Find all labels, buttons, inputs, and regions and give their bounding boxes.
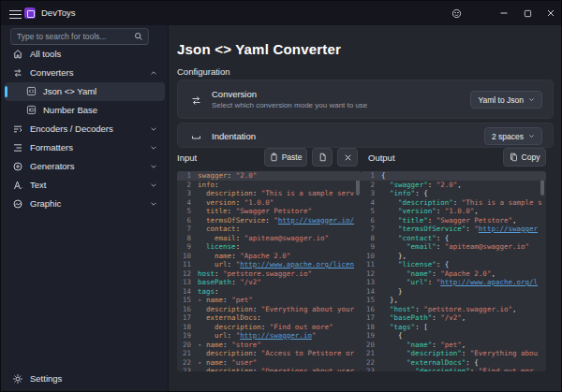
chevron-down-icon[interactable]: [150, 163, 157, 170]
editor-line: 10 },: [361, 252, 546, 261]
editor-line: 12host: "petstore.swagger.io": [177, 269, 362, 279]
chevron-up-icon[interactable]: [150, 69, 157, 77]
line-number: 9: [177, 242, 198, 252]
editor-line: 3 "info": {: [361, 189, 546, 198]
search-input[interactable]: [17, 29, 129, 44]
line-number: 12: [177, 269, 198, 279]
editor-line: 9 license:: [177, 242, 362, 252]
editor-line: 13 "url": "http://www.apache.org/l: [361, 278, 546, 287]
conversion-title: Conversion: [212, 89, 257, 99]
text-tool-icon: [12, 180, 23, 191]
sidebar-item-converters[interactable]: Converters: [5, 64, 165, 82]
feedback-icon[interactable]: [448, 5, 465, 22]
editor-line: 21 description: "Access to Petstore or: [177, 349, 362, 358]
line-number: 17: [361, 313, 381, 323]
sidebar: All tools Converters Json <> Yaml: [1, 25, 169, 392]
editor-line: 22- name: "user": [177, 358, 362, 368]
editor-line: 17 "basePath": "/v2",: [361, 313, 546, 323]
output-editor[interactable]: 1{2 "swagger": "2.0",3 "info": {4 "descr…: [361, 171, 546, 371]
chevron-down-icon[interactable]: [150, 144, 157, 152]
maximize-button[interactable]: [519, 5, 536, 22]
copy-button[interactable]: Copy: [503, 148, 546, 167]
editor-line: 11 url: "http://www.apache.org/licen: [177, 260, 362, 269]
line-number: 21: [361, 349, 381, 358]
line-number: 19: [361, 331, 381, 341]
devtoys-logo-icon: [24, 7, 36, 19]
sidebar-item-formatters[interactable]: Formatters: [5, 138, 165, 157]
home-icon: [12, 49, 23, 60]
editor-line: 21 "description": "Everything abou: [361, 349, 546, 358]
input-label: Input: [177, 152, 197, 163]
editor-line: 6 termsOfService: "http://swagger.io/: [177, 216, 362, 225]
close-button[interactable]: [542, 5, 559, 22]
indentation-value: 2 spaces: [492, 132, 524, 141]
line-number: 7: [177, 225, 198, 234]
page-title: Json <> Yaml Converter: [177, 41, 341, 57]
editor-line: 19 {: [361, 331, 546, 341]
open-file-button[interactable]: [312, 148, 333, 167]
hamburger-menu-button[interactable]: [9, 7, 22, 19]
chevron-down-icon[interactable]: [150, 181, 157, 189]
sidebar-nav: All tools Converters Json <> Yaml: [1, 45, 169, 213]
line-number: 4: [361, 198, 381, 208]
editor-line: 18 "tags": [: [361, 323, 546, 332]
sidebar-item-number-base[interactable]: Number Base: [5, 101, 165, 120]
editor-line: 10 name: "Apache 2.0": [177, 252, 362, 261]
copy-icon: [510, 152, 518, 162]
sidebar-item-generators[interactable]: Generators: [5, 157, 165, 176]
app-title: DevToys: [41, 7, 75, 18]
editor-line: 5 "version": "1.0.0",: [361, 207, 546, 216]
chevron-down-icon[interactable]: [150, 200, 157, 208]
line-number: 10: [177, 252, 198, 261]
sidebar-item-encoders-decoders[interactable]: Encoders / Decoders: [5, 120, 165, 138]
conversion-subtitle: Select which conversion mode you want to…: [212, 101, 367, 109]
sidebar-item-all-tools[interactable]: All tools: [5, 45, 165, 64]
search-box[interactable]: [10, 28, 149, 45]
sidebar-item-settings[interactable]: Settings: [5, 370, 165, 388]
editor-line: 1swagger: "2.0": [177, 171, 362, 181]
line-number: 9: [361, 242, 381, 252]
editor-line: 4 version: "1.0.0": [177, 198, 362, 208]
indentation-dropdown[interactable]: 2 spaces: [484, 127, 542, 145]
sidebar-item-graphic[interactable]: Graphic: [5, 195, 165, 213]
sidebar-item-json-yaml[interactable]: Json <> Yaml: [5, 82, 165, 101]
minimize-button[interactable]: [495, 5, 512, 22]
close-icon: [344, 153, 352, 162]
clear-input-button[interactable]: [337, 148, 358, 167]
editor-line: 18 description: "Find out more": [177, 323, 362, 332]
editor-line: 20 "name": "pet",: [361, 341, 546, 350]
editor-line: 4 "description": "This is a sample s: [361, 198, 546, 208]
line-number: 18: [177, 323, 198, 332]
line-number: 6: [177, 216, 198, 225]
line-number: 17: [177, 313, 198, 323]
line-number: 23: [177, 367, 198, 371]
configuration-label: Configuration: [177, 66, 230, 77]
gear-icon: [12, 373, 23, 385]
editor-line: 8 email: "apiteam@swagger.io": [177, 234, 362, 243]
devtoys-window: DevToys All tools: [0, 0, 562, 392]
editor-line: 23 "description": "Find out mor: [361, 367, 546, 371]
editor-line: 12 "name": "Apache 2.0",: [361, 269, 546, 279]
conversion-mode-value: Yaml to Json: [478, 95, 524, 105]
sidebar-item-text[interactable]: Text: [5, 176, 165, 195]
line-number: 2: [361, 181, 381, 190]
editor-line: 8 "contact": {: [361, 234, 546, 243]
input-editor[interactable]: 1swagger: "2.0"2info:3 description: "Thi…: [177, 171, 362, 371]
chevron-down-icon: [528, 133, 535, 139]
chevron-down-icon[interactable]: [150, 125, 157, 133]
line-number: 13: [361, 278, 381, 287]
line-number: 16: [361, 305, 381, 314]
line-number: 12: [361, 269, 381, 279]
line-number: 11: [361, 260, 381, 269]
graphic-icon: [12, 198, 23, 210]
converters-icon: [12, 67, 23, 79]
number-base-icon: [26, 105, 37, 116]
line-number: 3: [177, 189, 198, 198]
editor-line: 20- name: "store": [177, 341, 362, 350]
paste-button[interactable]: Paste: [264, 148, 307, 167]
indentation-icon: [190, 131, 202, 143]
conversion-mode-dropdown[interactable]: Yaml to Json: [470, 91, 542, 109]
editor-line: 1{: [361, 171, 546, 181]
search-icon[interactable]: [134, 32, 143, 41]
editor-line: 16 "host": "petstore.swagger.io",: [361, 305, 546, 314]
